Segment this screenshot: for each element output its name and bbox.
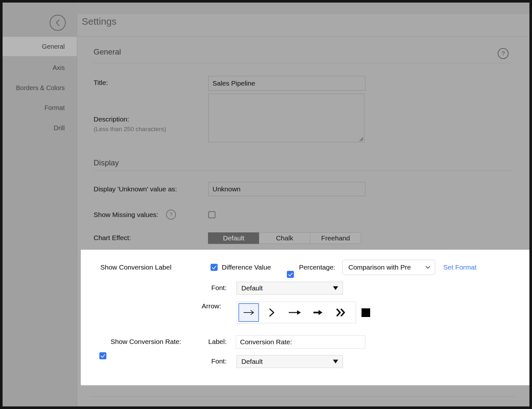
unknown-value: Unknown: [212, 185, 241, 193]
arrow-style-picker: [237, 302, 356, 323]
difference-value-checkbox[interactable]: [211, 264, 218, 271]
long-solid-arrow-icon: [288, 310, 301, 315]
font-value: Default: [241, 284, 333, 292]
arrow-option-thin-arrow[interactable]: [237, 302, 260, 323]
question-mark-glyph: ?: [170, 212, 172, 218]
page-title: Settings: [82, 16, 116, 27]
rate-font-label: Font:: [195, 357, 227, 365]
dropdown-arrow-icon: [333, 360, 338, 363]
sidebar-item-general[interactable]: General: [3, 37, 77, 56]
back-button[interactable]: [50, 15, 66, 31]
description-label: Description:: [94, 115, 129, 123]
unknown-value-label: Display 'Unknown' value as:: [94, 185, 177, 193]
missing-values-checkbox[interactable]: [208, 211, 215, 218]
arrow-option-selected-tile: [238, 303, 259, 322]
chart-effect-toggle: Default Chalk Freehand: [208, 232, 361, 244]
title-value: Sales Pipeline: [212, 79, 255, 87]
rate-label-value: Conversion Rate:: [240, 338, 292, 346]
missing-values-help-icon[interactable]: ?: [166, 210, 176, 220]
rate-font-select[interactable]: Default: [237, 355, 343, 368]
font-select[interactable]: Default: [237, 282, 343, 295]
question-mark-glyph: ?: [502, 50, 505, 57]
chart-effect-option-default[interactable]: Default: [208, 232, 259, 244]
sidebar-item-axis[interactable]: Axis: [3, 58, 77, 77]
sidebar-item-format[interactable]: Format: [3, 98, 77, 117]
chart-effect-option-freehand[interactable]: Freehand: [310, 232, 361, 244]
show-conversion-rate-label: Show Conversion Rate:: [111, 338, 181, 346]
arrow-label: Arrow:: [189, 302, 221, 310]
title-label: Title:: [94, 79, 108, 87]
chevron-left-icon: [55, 19, 60, 26]
percentage-format-value: Comparison with Pre: [348, 263, 425, 271]
rate-label-label: Label:: [195, 338, 227, 346]
bold-short-arrow-icon: [313, 310, 323, 315]
show-conversion-rate-checkbox[interactable]: [99, 352, 106, 359]
set-format-link[interactable]: Set Format: [443, 263, 477, 271]
chart-effect-label: Chart Effect:: [94, 234, 131, 242]
general-section-heading: General: [94, 47, 121, 56]
title-input[interactable]: Sales Pipeline: [208, 76, 365, 91]
percentage-checkbox[interactable]: [287, 271, 294, 278]
resize-handle-icon[interactable]: [358, 136, 363, 141]
conversion-settings-spotlight: Show Conversion Label Difference Value P…: [81, 250, 529, 385]
help-icon[interactable]: ?: [498, 48, 509, 59]
thin-arrow-icon: [243, 309, 254, 316]
description-textarea[interactable]: [208, 94, 364, 142]
arrow-option-chevron[interactable]: [260, 302, 283, 323]
sidebar-item-drill[interactable]: Drill: [3, 118, 77, 138]
chevron-down-icon: [425, 266, 430, 269]
chevron-icon: [269, 308, 275, 317]
show-conversion-label-text: Show Conversion Label: [100, 263, 171, 271]
display-section-heading: Display: [94, 158, 119, 167]
arrow-option-double-chevron[interactable]: [329, 302, 353, 323]
bottom-divider: [90, 396, 516, 397]
percentage-label: Percentage:: [299, 263, 335, 271]
unknown-value-input[interactable]: Unknown: [208, 182, 365, 196]
rate-font-value: Default: [241, 358, 333, 365]
font-label: Font:: [195, 284, 227, 292]
description-note: (Less than 250 characters): [94, 126, 166, 133]
arrow-option-bold-short-arrow[interactable]: [306, 302, 329, 323]
arrow-color-swatch[interactable]: [362, 308, 370, 317]
sidebar-item-borders-colors[interactable]: Borders & Colors: [3, 78, 77, 97]
settings-header: [77, 14, 529, 37]
rate-label-input[interactable]: Conversion Rate:: [236, 335, 365, 349]
display-divider: [94, 171, 513, 171]
chart-effect-option-chalk[interactable]: Chalk: [259, 232, 310, 244]
double-chevron-icon: [336, 309, 346, 316]
difference-value-label: Difference Value: [222, 263, 271, 271]
missing-values-label: Show Missing values:: [94, 211, 158, 219]
percentage-format-select[interactable]: Comparison with Pre: [342, 260, 435, 275]
general-divider: [94, 63, 513, 63]
dropdown-arrow-icon: [333, 286, 338, 290]
arrow-option-long-solid-arrow[interactable]: [283, 302, 306, 323]
